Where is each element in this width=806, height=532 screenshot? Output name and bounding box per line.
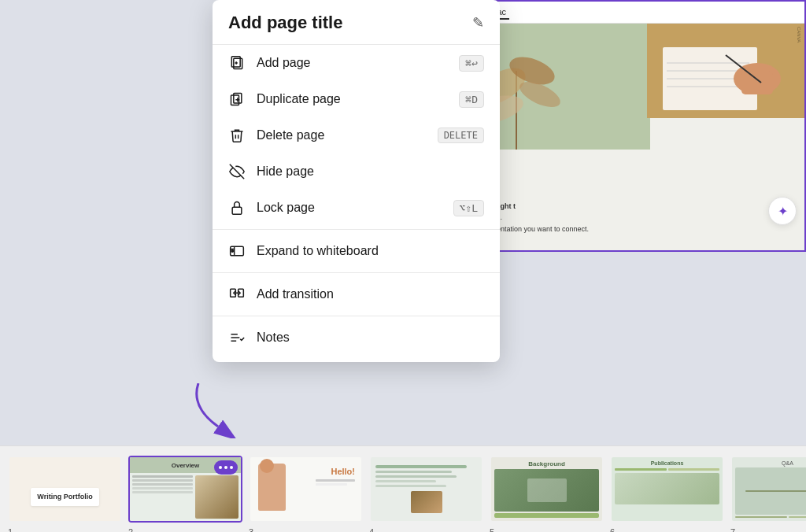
delete-page-label: Delete page [257, 128, 427, 142]
filmstrip: Writing Portfolio 1 Overview [0, 445, 806, 532]
delete-page-shortcut: DELETE [438, 127, 484, 143]
expand-whiteboard-label: Expand to whiteboard [257, 244, 484, 258]
menu-item-expand-whiteboard[interactable]: Expand to whiteboard [213, 233, 500, 269]
menu-item-hide-page[interactable]: Hide page [213, 153, 500, 190]
slide-preview: 12 Contac [452, 0, 806, 252]
slide6-label: Publications [615, 460, 719, 466]
slide7-label: Q&A [735, 460, 806, 466]
slide1-number: 1 [8, 527, 13, 532]
add-transition-label: Add transition [257, 287, 484, 301]
menu-item-lock-page[interactable]: Lock page ⌥⇧L [213, 190, 500, 226]
slide7-number: 7 [730, 527, 735, 532]
filmstrip-slide-3[interactable]: Hello! 3 [249, 456, 363, 523]
filmstrip-slide-4[interactable]: 4 [369, 456, 483, 523]
sparkle-icon: ✦ [778, 204, 788, 219]
context-menu: Add page title ✎ Add page ⌘↩ Duplicate p… [213, 0, 500, 362]
svg-rect-23 [232, 207, 242, 214]
slide5-number: 5 [490, 527, 494, 532]
add-page-shortcut: ⌘↩ [459, 55, 484, 72]
arrow-indicator [183, 383, 246, 441]
add-page-label: Add page [257, 56, 448, 70]
slide3-number: 3 [249, 527, 253, 532]
menu-item-add-page[interactable]: Add page ⌘↩ [213, 45, 500, 81]
filmstrip-slide-1[interactable]: Writing Portfolio 1 [8, 456, 122, 523]
menu-divider-2 [213, 272, 500, 273]
lock-page-label: Lock page [257, 201, 442, 215]
trash-icon [228, 127, 246, 144]
dot3 [230, 466, 233, 469]
slide2-number: 2 [128, 527, 133, 532]
slide2-options-btn[interactable] [214, 460, 238, 475]
sparkle-button[interactable]: ✦ [768, 197, 797, 225]
lock-page-shortcut: ⌥⇧L [453, 200, 484, 216]
duplicate-page-shortcut: ⌘D [459, 91, 484, 108]
slide5-label: Background [494, 460, 599, 467]
edit-icon[interactable]: ✎ [472, 14, 484, 31]
hide-page-label: Hide page [257, 164, 484, 179]
menu-title: Add page title [228, 13, 464, 33]
svg-point-25 [231, 250, 234, 253]
lock-icon [228, 199, 246, 216]
filmstrip-slide-7[interactable]: Q&A 7 [730, 456, 806, 523]
menu-divider-3 [213, 316, 500, 316]
menu-item-duplicate-page[interactable]: Duplicate page ⌘D [213, 81, 500, 117]
menu-header: Add page title ✎ [213, 0, 500, 45]
filmstrip-slide-2[interactable]: Overview [128, 456, 242, 523]
filmstrip-slide-6[interactable]: Publications 6 [610, 456, 724, 523]
dot2 [224, 466, 227, 469]
duplicate-page-label: Duplicate page [257, 92, 448, 106]
whiteboard-icon [228, 242, 246, 260]
slide2-label: Overview [172, 462, 200, 469]
menu-item-delete-page[interactable]: Delete page DELETE [213, 117, 500, 153]
slide4-number: 4 [369, 527, 374, 532]
notes-icon [228, 329, 246, 346]
slide-tab-bar: 12 Contac [453, 2, 804, 24]
menu-item-notes[interactable]: Notes [213, 320, 500, 356]
svg-rect-12 [741, 71, 773, 94]
menu-item-add-transition[interactable]: Add transition [213, 276, 500, 312]
notes-label: Notes [257, 331, 484, 345]
hide-icon [228, 163, 246, 180]
menu-divider-1 [213, 229, 500, 230]
filmstrip-slide-5[interactable]: Background 5 [490, 456, 604, 523]
slide6-number: 6 [610, 527, 615, 532]
duplicate-icon [228, 91, 246, 108]
transition-icon [228, 286, 246, 303]
add-page-icon [228, 54, 246, 72]
slide1-title: Writing Portfolio [37, 493, 92, 502]
dot1 [219, 466, 222, 469]
